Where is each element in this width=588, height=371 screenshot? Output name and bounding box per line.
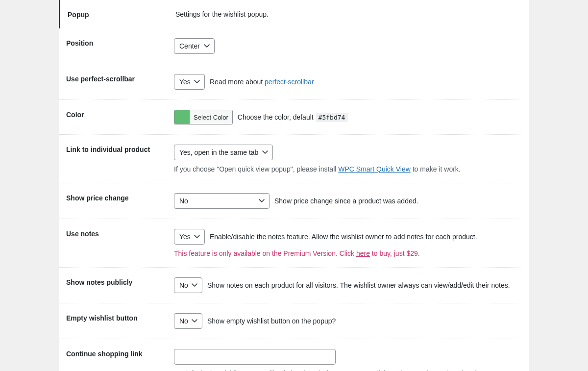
row-continue-shopping-link: Continue shopping link By default, the w… [59,339,529,371]
label-link-product: Link to individual product [66,145,174,173]
label-perfect-scrollbar: Use perfect-scrollbar [66,74,174,90]
section-title: Popup [68,10,175,19]
row-link-product: Link to individual product Yes, open in … [59,135,529,183]
perfect-scrollbar-select[interactable]: Yes [174,74,205,90]
label-position: Position [66,38,174,54]
label-empty-wishlist-button: Empty wishlist button [66,313,174,329]
row-price-change: Show price change No Show price change s… [59,183,529,219]
row-use-notes: Use notes Yes Enable/disable the notes f… [59,219,529,268]
use-notes-desc: Enable/disable the notes feature. Allow … [210,233,477,241]
price-change-desc: Show price change since a product was ad… [274,197,418,205]
show-notes-publicly-desc: Show notes on each product for all visit… [207,281,510,289]
premium-buy-link[interactable]: here [356,249,370,257]
empty-wishlist-button-desc: Show empty wishlist button on the popup? [207,317,336,325]
wpc-quick-view-link[interactable]: WPC Smart Quick View [338,165,411,173]
color-swatch-icon [174,110,189,124]
premium-note: This feature is only available on the Pr… [174,249,522,257]
section-header-popup: Popup Settings for the wishlist popup. [59,0,529,28]
color-picker[interactable]: Select Color [174,110,233,124]
color-desc: Choose the color, default #5fbd74 [238,113,348,121]
label-show-notes-publicly: Show notes publicly [66,277,174,293]
perfect-scrollbar-desc: Read more about perfect-scrollbar [210,78,314,86]
row-position: Position Center [59,28,529,64]
color-default-code: #5fbd74 [316,113,348,122]
label-continue-shopping-link: Continue shopping link [66,349,174,371]
link-product-help: If you choose "Open quick view popup", p… [174,165,522,173]
label-price-change: Show price change [66,193,174,209]
price-change-select[interactable]: No [174,193,270,209]
position-select[interactable]: Center [174,38,215,54]
row-perfect-scrollbar: Use perfect-scrollbar Yes Read more abou… [59,64,529,100]
row-show-notes-publicly: Show notes publicly No Show notes on eac… [59,268,529,303]
continue-shopping-link-input[interactable] [174,349,336,365]
use-notes-select[interactable]: Yes [174,229,205,245]
row-empty-wishlist-button: Empty wishlist button No Show empty wish… [59,303,529,339]
label-color: Color [66,110,174,124]
row-color: Color Select Color Choose the color, def… [59,100,529,135]
show-notes-publicly-select[interactable]: No [174,277,202,293]
perfect-scrollbar-link[interactable]: perfect-scrollbar [265,78,314,86]
empty-wishlist-button-select[interactable]: No [174,313,202,329]
select-color-button[interactable]: Select Color [189,110,232,124]
link-product-select[interactable]: Yes, open in the same tab [174,145,273,160]
section-desc: Settings for the wishlist popup. [175,10,269,18]
label-use-notes: Use notes [66,229,174,257]
